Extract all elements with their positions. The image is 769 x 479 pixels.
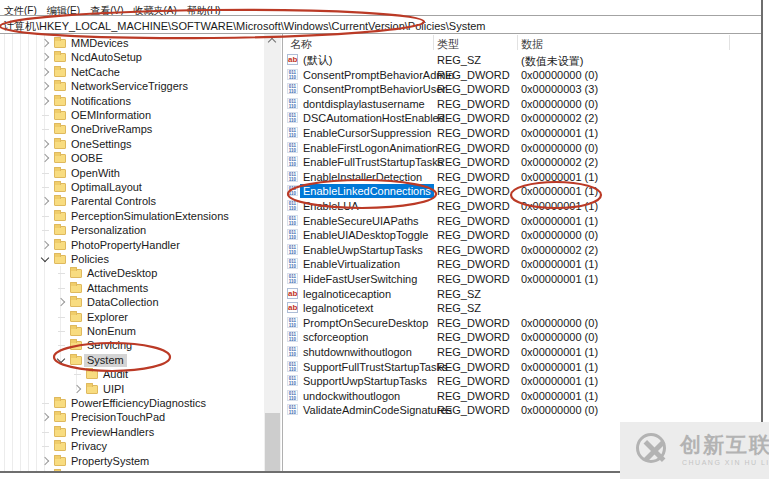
tree-item-attachments[interactable]: Attachments [0,281,264,295]
registry-value-row[interactable]: 011110SupportUwpStartupTasksREG_DWORD0x0… [284,374,761,388]
registry-value-row[interactable]: 011110EnableInstallerDetectionREG_DWORD0… [284,170,761,184]
tree-item-explorer[interactable]: Explorer [0,310,264,324]
value-name[interactable]: ConsentPromptBehaviorUser [300,82,449,96]
registry-value-row[interactable]: 011110EnableCursorSuppressionREG_DWORD0x… [284,126,761,140]
tree-item-previewhandlers[interactable]: PreviewHandlers [0,425,264,439]
value-name[interactable]: scforceoption [300,330,371,344]
tree-item-openwith[interactable]: OpenWith [0,166,264,180]
value-name[interactable]: ConsentPromptBehaviorAdmin [300,68,457,82]
tree-item-system[interactable]: System [0,353,264,367]
chevron-right-icon[interactable] [41,140,49,148]
value-name[interactable]: EnableUIADesktopToggle [300,228,431,242]
value-name[interactable]: EnableFirstLogonAnimation [300,141,441,155]
chevron-right-icon[interactable] [41,154,49,162]
registry-value-row[interactable]: 011110EnableUwpStartupTasksREG_DWORD0x00… [284,243,761,257]
registry-value-row[interactable]: 011110EnableFirstLogonAnimationREG_DWORD… [284,141,761,155]
tree-item-oeminformation[interactable]: OEMInformation [0,108,264,122]
chevron-right-icon[interactable] [41,39,49,47]
tree-item-notifications[interactable]: Notifications [0,94,264,108]
chevron-right-icon[interactable] [41,53,49,61]
tree-item-perceptionsimulationextensions[interactable]: PerceptionSimulationExtensions [0,209,264,223]
tree-item-propertysystem[interactable]: PropertySystem [0,454,264,468]
tree-item-datacollection[interactable]: DataCollection [0,295,264,309]
column-header-data[interactable]: 数据 [521,37,543,52]
registry-value-row[interactable]: 011110EnableUIADesktopToggleREG_DWORD0x0… [284,228,761,242]
value-name[interactable]: EnableUwpStartupTasks [300,243,426,257]
registry-value-row[interactable]: 011110EnableSecureUIAPathsREG_DWORD0x000… [284,214,761,228]
scrollbar-thumb[interactable] [265,413,280,472]
tree-item-powerefficiencydiagnostics[interactable]: PowerEfficiencyDiagnostics [0,396,264,410]
chevron-right-icon[interactable] [41,197,49,205]
column-divider[interactable] [433,35,434,50]
tree-item-policies[interactable]: Policies [0,252,264,266]
tree-item-optimallayout[interactable]: OptimalLayout [0,180,264,194]
value-name[interactable]: EnableLinkedConnections [300,184,434,198]
value-name[interactable]: EnableInstallerDetection [300,170,425,184]
tree-scrollbar[interactable] [264,34,281,472]
scrollbar-up-icon[interactable] [268,38,276,46]
value-name[interactable]: ValidateAdminCodeSignatures [300,403,455,417]
value-name[interactable]: EnableSecureUIAPaths [300,214,422,228]
registry-value-row[interactable]: ablegalnoticetextREG_SZ [284,301,761,315]
tree-item-servicing[interactable]: Servicing [0,338,264,352]
tree-item-nonenum[interactable]: NonEnum [0,324,264,338]
value-name[interactable]: (默认) [300,53,335,67]
chevron-right-icon[interactable] [57,298,65,306]
tree-item-uipi[interactable]: UIPI [0,382,264,396]
registry-value-row[interactable]: 011110undockwithoutlogonREG_DWORD0x00000… [284,389,761,403]
value-name[interactable]: PromptOnSecureDesktop [300,316,431,330]
value-name[interactable]: SupportUwpStartupTasks [300,374,430,388]
registry-value-row[interactable]: 011110SupportFullTrustStartupTasksREG_DW… [284,360,761,374]
column-header-name[interactable]: 名称 [290,37,312,52]
registry-value-row[interactable]: 011110shutdownwithoutlogonREG_DWORD0x000… [284,345,761,359]
tree-item-onesettings[interactable]: OneSettings [0,137,264,151]
pane-splitter[interactable] [282,34,283,472]
registry-value-row[interactable]: 011110PromptOnSecureDesktopREG_DWORD0x00… [284,316,761,330]
value-name[interactable]: DSCAutomationHostEnabled [300,111,448,125]
tree-item-networkservicetriggers[interactable]: NetworkServiceTriggers [0,79,264,93]
column-header-type[interactable]: 类型 [437,37,459,52]
registry-value-row[interactable]: ablegalnoticecaptionREG_SZ [284,287,761,301]
registry-value-row[interactable]: 011110DSCAutomationHostEnabledREG_DWORD0… [284,111,761,125]
tree-item-privacy[interactable]: Privacy [0,439,264,453]
tree-item-personalization[interactable]: Personalization [0,223,264,237]
registry-value-row[interactable]: 011110EnableFullTrustStartupTasksREG_DWO… [284,155,761,169]
tree-item-parental-controls[interactable]: Parental Controls [0,194,264,208]
value-name[interactable]: EnableFullTrustStartupTasks [300,155,446,169]
column-divider[interactable] [517,35,518,50]
registry-value-row[interactable]: 011110HideFastUserSwitchingREG_DWORD0x00… [284,272,761,286]
registry-value-row[interactable]: 011110dontdisplaylastusernameREG_DWORD0x… [284,97,761,111]
chevron-right-icon[interactable] [41,456,49,464]
value-name[interactable]: dontdisplaylastusername [300,97,428,111]
registry-value-row[interactable]: 011110scforceoptionREG_DWORD0x00000000 (… [284,330,761,344]
chevron-right-icon[interactable] [41,413,49,421]
value-name[interactable]: undockwithoutlogon [300,389,403,403]
value-name[interactable]: shutdownwithoutlogon [300,345,415,359]
chevron-right-icon[interactable] [41,240,49,248]
tree-item-precisiontouchpad[interactable]: PrecisionTouchPad [0,410,264,424]
value-name[interactable]: EnableCursorSuppression [300,126,434,140]
tree-item-photopropertyhandler[interactable]: PhotoPropertyHandler [0,238,264,252]
value-name[interactable]: legalnoticetext [300,301,376,315]
chevron-down-icon[interactable] [57,355,65,363]
chevron-down-icon[interactable] [41,254,49,262]
registry-value-row[interactable]: 011110EnableVirtualizationREG_DWORD0x000… [284,257,761,271]
tree-item-ncdautosetup[interactable]: NcdAutoSetup [0,50,264,64]
value-name[interactable]: legalnoticecaption [300,287,394,301]
value-name[interactable]: HideFastUserSwitching [300,272,420,286]
registry-value-row[interactable]: 011110EnableLUAREG_DWORD0x00000001 (1) [284,199,761,213]
address-bar[interactable]: 计算机\HKEY_LOCAL_MACHINE\SOFTWARE\Microsof… [0,15,762,34]
registry-value-row[interactable]: 011110ConsentPromptBehaviorUserREG_DWORD… [284,82,761,96]
tree-item-onedriveramps[interactable]: OneDriveRamps [0,122,264,136]
tree-item-netcache[interactable]: NetCache [0,65,264,79]
tree-item-oobe[interactable]: OOBE [0,151,264,165]
chevron-right-icon[interactable] [41,82,49,90]
registry-value-row[interactable]: 011110EnableLinkedConnectionsREG_DWORD0x… [284,184,761,198]
registry-value-row[interactable]: ab(默认)REG_SZ(数值未设置) [284,53,761,67]
tree-item-activedesktop[interactable]: ActiveDesktop [0,266,264,280]
chevron-right-icon[interactable] [41,96,49,104]
tree-item-mmdevices[interactable]: MMDevices [0,36,264,50]
registry-value-row[interactable]: 011110ValidateAdminCodeSignaturesREG_DWO… [284,403,761,417]
value-name[interactable]: EnableVirtualization [300,257,403,271]
chevron-right-icon[interactable] [41,68,49,76]
